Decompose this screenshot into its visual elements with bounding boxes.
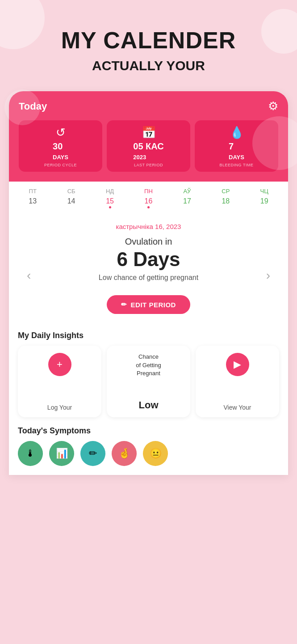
prev-arrow[interactable]: ‹ <box>22 264 35 287</box>
card-header: Today ⚙ ↺ 30DAYS PERIOD CYCLE 📅 05 КАС20… <box>9 91 288 182</box>
symptom-temperature[interactable]: 🌡 <box>18 441 43 466</box>
edit-period-label: EDIT PERIOD <box>131 301 176 309</box>
symptom-fingers[interactable]: 🤞 <box>112 441 137 466</box>
symptom-chart[interactable]: 📊 <box>49 441 74 466</box>
cycle-icon: ↺ <box>56 126 66 140</box>
last-period-number: 05 КАС2023 <box>133 141 163 161</box>
date-cell-4[interactable]: 17 <box>178 197 196 208</box>
cycle-number: 30DAYS <box>53 141 68 161</box>
bleeding-number: 7DAYS <box>229 141 244 161</box>
date-num-3: 16 <box>139 197 157 205</box>
daily-insights-section: My Daily Insights + Log Your Chanceof Ge… <box>9 322 288 426</box>
day-name-4: АЎ <box>178 188 196 195</box>
date-num-5: 18 <box>217 197 234 205</box>
page-title: MY CALENDER <box>0 0 297 54</box>
main-card: Today ⚙ ↺ 30DAYS PERIOD CYCLE 📅 05 КАС20… <box>9 91 288 475</box>
log-plus-icon[interactable]: + <box>48 353 71 376</box>
selected-date: кастрычніка 16, 2023 <box>18 223 279 230</box>
next-arrow[interactable]: › <box>262 264 275 287</box>
date-cell-3[interactable]: 16 <box>139 197 157 208</box>
nav-container: ‹ Ovulation in 6 Days Low chance of gett… <box>18 237 279 314</box>
symptoms-title: Today's Symptoms <box>18 426 279 436</box>
day-name-0: ПТ <box>24 188 42 195</box>
dot-2 <box>109 206 111 208</box>
ovulation-label: Ovulation in <box>35 237 261 247</box>
date-cell-6[interactable]: 19 <box>255 197 273 208</box>
period-cycle-stat: ↺ 30DAYS PERIOD CYCLE <box>19 120 102 172</box>
date-num-6: 19 <box>255 197 273 205</box>
week-day-names: ПТ СБ НД ПН АЎ СР ЧЦ <box>13 188 284 195</box>
day-name-2: НД <box>101 188 119 195</box>
calendar-icon: 📅 <box>142 126 156 140</box>
cycle-label: PERIOD CYCLE <box>44 163 77 167</box>
view-label: View Your <box>223 404 251 411</box>
center-content: Ovulation in 6 Days Low chance of gettin… <box>35 237 261 314</box>
bleeding-label: BLEEDING TIME <box>220 163 254 167</box>
chance-title: Chanceof GettingPregnant <box>136 353 161 377</box>
day-name-3: ПН <box>139 188 157 195</box>
symptoms-row: 🌡 📊 ✏ 🤞 😐 <box>18 441 279 466</box>
last-period-stat: 📅 05 КАС2023 LAST PERIOD <box>107 120 190 172</box>
week-dates: 13 14 15 16 17 18 19 <box>13 197 284 212</box>
date-cell-1[interactable]: 14 <box>63 197 80 208</box>
stats-row: ↺ 30DAYS PERIOD CYCLE 📅 05 КАС2023 LAST … <box>19 120 278 172</box>
date-num-0: 13 <box>24 197 42 205</box>
date-num-2: 15 <box>101 197 119 205</box>
drop-icon: 💧 <box>230 126 244 140</box>
date-cell-0[interactable]: 13 <box>24 197 42 208</box>
week-strip: ПТ СБ НД ПН АЎ СР ЧЦ 13 14 15 16 <box>9 182 288 215</box>
log-your-card[interactable]: + Log Your <box>18 346 101 417</box>
days-count: 6 Days <box>35 249 261 270</box>
date-cell-2[interactable]: 15 <box>101 197 119 208</box>
calendar-body: кастрычніка 16, 2023 ‹ Ovulation in 6 Da… <box>9 215 288 322</box>
page-subtitle: ACTUALLY YOUR <box>0 58 297 73</box>
pencil-icon: ✏ <box>121 301 127 309</box>
pregnancy-chance: Low chance of getting pregnant <box>35 274 261 282</box>
insights-title: My Daily Insights <box>9 322 288 346</box>
symptom-edit[interactable]: ✏ <box>80 441 105 466</box>
dot-3 <box>147 206 150 208</box>
settings-icon[interactable]: ⚙ <box>268 99 278 113</box>
view-play-icon[interactable]: ▶ <box>226 353 249 376</box>
day-name-5: СР <box>217 188 234 195</box>
chance-value: Low <box>139 399 159 411</box>
symptom-mood[interactable]: 😐 <box>143 441 168 466</box>
view-your-card[interactable]: ▶ View Your <box>196 346 279 417</box>
date-num-1: 14 <box>63 197 80 205</box>
pregnancy-chance-card: Chanceof GettingPregnant Low <box>107 346 190 417</box>
day-name-6: ЧЦ <box>255 188 273 195</box>
date-num-4: 17 <box>178 197 196 205</box>
last-period-label: LAST PERIOD <box>134 163 163 167</box>
day-name-1: СБ <box>63 188 80 195</box>
edit-period-button[interactable]: ✏ EDIT PERIOD <box>107 295 190 314</box>
insights-row: + Log Your Chanceof GettingPregnant Low … <box>9 346 288 426</box>
symptoms-section: Today's Symptoms 🌡 📊 ✏ 🤞 😐 <box>9 426 288 475</box>
date-cell-5[interactable]: 18 <box>217 197 234 208</box>
log-label: Log Your <box>47 404 72 411</box>
